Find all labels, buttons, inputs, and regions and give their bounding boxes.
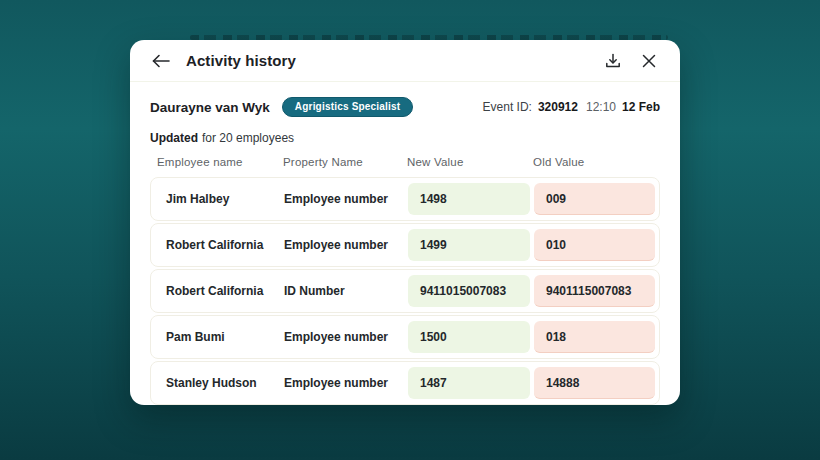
download-icon <box>605 53 621 69</box>
role-badge: Agrigistics Specialist <box>282 97 414 117</box>
action-summary: Updatedfor 20 employees <box>150 131 660 145</box>
back-button[interactable] <box>151 51 171 71</box>
old-value-cell: 018 <box>534 321 655 353</box>
column-header-old-value: Old Value <box>533 156 660 168</box>
event-date: 12 Feb <box>622 100 660 114</box>
action-type: Updated <box>150 131 198 145</box>
property-name-cell: Employee number <box>284 238 408 252</box>
event-time: 12:10 <box>586 100 616 114</box>
employee-name-cell: Robert California <box>151 238 284 252</box>
old-value-cell: 14888 <box>534 367 655 399</box>
property-name-cell: ID Number <box>284 284 408 298</box>
modal-body: Daurayne van Wyk Agrigistics Specialist … <box>130 82 680 405</box>
event-info: Event ID: 320912 12:10 12 Feb <box>483 100 660 114</box>
table-row: Pam Bumi Employee number 1500 018 <box>150 315 660 359</box>
table-header-row: Employee name Property Name New Value Ol… <box>150 156 660 177</box>
employee-name-cell: Stanley Hudson <box>151 376 284 390</box>
new-value-cell: 1500 <box>408 321 530 353</box>
column-header-employee-name: Employee name <box>150 156 283 168</box>
old-value-cell: 009 <box>534 183 655 215</box>
close-button[interactable] <box>639 51 659 71</box>
property-name-cell: Employee number <box>284 192 408 206</box>
property-name-cell: Employee number <box>284 376 408 390</box>
table-row: Robert California ID Number 941101500708… <box>150 269 660 313</box>
modal-header: Activity history <box>130 40 680 82</box>
event-id-value: 320912 <box>538 100 578 114</box>
employee-name-cell: Pam Bumi <box>151 330 284 344</box>
property-name-cell: Employee number <box>284 330 408 344</box>
table-row: Stanley Hudson Employee number 1487 1488… <box>150 361 660 405</box>
action-scope: for 20 employees <box>202 131 294 145</box>
column-header-new-value: New Value <box>407 156 533 168</box>
old-value-cell: 9401115007083 <box>534 275 655 307</box>
event-meta-row: Daurayne van Wyk Agrigistics Specialist … <box>150 97 660 117</box>
new-value-cell: 9411015007083 <box>408 275 530 307</box>
download-button[interactable] <box>603 51 623 71</box>
table-row: Jim Halbey Employee number 1498 009 <box>150 177 660 221</box>
user-name: Daurayne van Wyk <box>150 100 270 115</box>
table-row: Robert California Employee number 1499 0… <box>150 223 660 267</box>
column-header-property-name: Property Name <box>283 156 407 168</box>
close-icon <box>642 54 656 68</box>
new-value-cell: 1499 <box>408 229 530 261</box>
arrow-left-icon <box>152 54 170 68</box>
activity-history-modal: Activity history <box>130 40 680 405</box>
old-value-cell: 010 <box>534 229 655 261</box>
employee-name-cell: Jim Halbey <box>151 192 284 206</box>
new-value-cell: 1487 <box>408 367 530 399</box>
event-id-label: Event ID: <box>483 100 532 114</box>
new-value-cell: 1498 <box>408 183 530 215</box>
activity-table: Jim Halbey Employee number 1498 009 Robe… <box>150 177 660 405</box>
employee-name-cell: Robert California <box>151 284 284 298</box>
page-title: Activity history <box>186 52 296 69</box>
